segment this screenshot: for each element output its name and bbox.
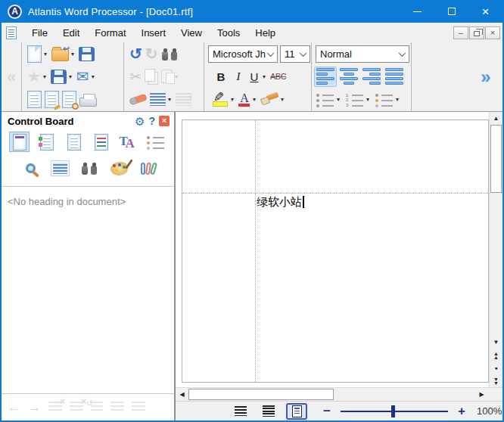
menu-help[interactable]: Help	[247, 25, 283, 41]
zoom-slider-thumb[interactable]	[391, 405, 395, 417]
zoom-slider[interactable]	[341, 405, 448, 417]
toolbar-scroll-left-button[interactable]: «	[2, 42, 22, 111]
document-text[interactable]: 绿软小站	[257, 195, 304, 209]
doc-restore-button[interactable]	[469, 26, 484, 39]
horizontal-scroll-track[interactable]	[188, 388, 475, 401]
app-window: A Atlantis Word Processor - [Doc01.rtf] …	[0, 0, 504, 422]
menu-format[interactable]: Format	[87, 25, 133, 41]
save-button[interactable]	[77, 44, 96, 64]
zoom-out-button[interactable]: −	[319, 404, 334, 419]
select-browse-object-button[interactable]: ●	[490, 361, 502, 374]
dropdown-arrow-icon[interactable]: ▾	[394, 96, 400, 103]
style-select[interactable]: Normal	[316, 45, 409, 63]
panel-clipboard-button[interactable]	[138, 158, 159, 178]
help-icon[interactable]: ?	[148, 115, 155, 127]
dropdown-arrow-icon[interactable]: ▾	[229, 96, 235, 103]
dropdown-arrow-icon[interactable]: ▾	[335, 96, 341, 103]
italic-button[interactable]: I	[230, 67, 247, 87]
document-page[interactable]: 绿软小站	[182, 119, 489, 383]
panel-zoom-button[interactable]	[20, 158, 41, 178]
horizontal-scroll-thumb[interactable]	[188, 389, 334, 400]
dropdown-arrow-icon[interactable]: ▾	[42, 73, 48, 80]
panel-close-button[interactable]: ×	[159, 116, 170, 126]
close-button[interactable]: ×	[468, 0, 502, 23]
zoom-in-button[interactable]: +	[454, 404, 469, 419]
panel-fields-button[interactable]	[64, 132, 84, 152]
font-color-button[interactable]: A▾	[237, 89, 259, 110]
maximize-button[interactable]	[434, 0, 468, 23]
horizontal-scrollbar[interactable]: ◀ ▶	[176, 387, 502, 401]
underline-button[interactable]: U▾	[247, 67, 269, 87]
next-page-button[interactable]: ▼▼	[490, 374, 502, 387]
bold-button[interactable]: B	[212, 67, 230, 87]
toolbar-scroll-right-button[interactable]: »	[469, 42, 502, 111]
email-button[interactable]: ✉▾	[75, 67, 98, 87]
print-layout-view-button[interactable]	[286, 403, 307, 420]
panel-bookmarks-button[interactable]	[36, 132, 57, 152]
print-button[interactable]	[78, 89, 98, 110]
panel-paragraph-button[interactable]	[50, 158, 70, 178]
minimize-button[interactable]	[400, 0, 434, 23]
menu-insert[interactable]: Insert	[134, 25, 174, 41]
menu-file[interactable]: File	[24, 25, 55, 41]
document-properties-button[interactable]	[26, 89, 43, 110]
panel-search-button[interactable]	[79, 158, 100, 178]
paragraph-format-button[interactable]: ▾	[148, 89, 174, 110]
dropdown-arrow-icon[interactable]: ▾	[42, 51, 48, 57]
menu-view[interactable]: View	[173, 25, 210, 41]
dropdown-arrow-icon[interactable]: ▾	[251, 96, 257, 103]
dropdown-arrow-icon[interactable]: ▾	[67, 73, 73, 80]
save-as-button[interactable]: ▾	[49, 67, 75, 87]
dropdown-arrow-icon[interactable]: ▾	[90, 73, 96, 80]
vertical-scroll-thumb[interactable]	[490, 125, 502, 193]
scroll-left-button[interactable]: ◀	[176, 388, 188, 401]
dropdown-arrow-icon[interactable]: ▾	[365, 96, 371, 103]
strikethrough-button[interactable]: ABC	[269, 67, 288, 87]
scroll-up-button[interactable]: ▲	[490, 112, 502, 125]
draft-view-button[interactable]	[230, 403, 251, 420]
arrow-left-icon: ◀	[179, 391, 184, 398]
bullet-list-button[interactable]: ▾	[314, 89, 343, 110]
panel-lists-button[interactable]	[145, 132, 166, 152]
align-left-button[interactable]	[314, 67, 337, 87]
font-name-select[interactable]: Microsoft Jh	[208, 45, 278, 63]
font-size-select[interactable]: 11	[280, 45, 310, 63]
numbered-list-button[interactable]: ▾	[344, 89, 372, 110]
new-document-button[interactable]: ▾	[26, 44, 50, 64]
open-button[interactable]: ▾	[50, 44, 77, 64]
document-options-button[interactable]	[43, 89, 61, 110]
undo-button[interactable]: ↺	[128, 44, 144, 64]
title-bar[interactable]: A Atlantis Word Processor - [Doc01.rtf] …	[2, 0, 502, 23]
align-center-button[interactable]	[338, 67, 359, 87]
panel-fonts-button[interactable]	[118, 132, 138, 152]
dropdown-arrow-icon[interactable]: ▾	[70, 51, 76, 57]
previous-page-button[interactable]: ▲▲	[490, 349, 502, 361]
gear-icon[interactable]: ⚙	[135, 116, 145, 127]
menu-edit[interactable]: Edit	[55, 25, 87, 41]
panel-styles-sheet-button[interactable]	[91, 132, 111, 152]
vertical-scrollbar[interactable]: ▲ ▼ ▲▲ ● ▼▼	[489, 112, 502, 387]
panel-headings-button[interactable]	[9, 132, 30, 152]
dropdown-arrow-icon[interactable]: ▾	[279, 96, 285, 103]
print-preview-button[interactable]	[61, 89, 78, 110]
paste-icon	[161, 70, 173, 83]
justify-button[interactable]	[384, 67, 405, 87]
scroll-down-button[interactable]: ▼	[490, 336, 502, 349]
align-right-button[interactable]	[361, 67, 382, 87]
doc-minimize-icon: –	[459, 28, 463, 37]
dropdown-arrow-icon[interactable]: ▾	[166, 96, 173, 103]
favorites-button[interactable]: ★▾	[26, 67, 49, 87]
doc-minimize-button[interactable]: –	[453, 26, 468, 39]
multilevel-list-button[interactable]: ▾	[373, 89, 402, 110]
dropdown-arrow-icon[interactable]: ▾	[261, 73, 267, 80]
scroll-right-button[interactable]: ▶	[475, 388, 488, 401]
format-painter-button[interactable]: ▾	[259, 89, 287, 110]
find-button[interactable]	[160, 44, 180, 64]
doc-close-button[interactable]: ×	[485, 26, 500, 39]
menu-tools[interactable]: Tools	[210, 25, 247, 41]
panel-colors-button[interactable]	[109, 158, 129, 178]
web-view-button[interactable]	[258, 403, 279, 420]
eraser-button[interactable]	[128, 89, 148, 110]
typed-text: 绿软小站	[257, 195, 302, 209]
highlight-button[interactable]: ▾	[210, 89, 237, 110]
